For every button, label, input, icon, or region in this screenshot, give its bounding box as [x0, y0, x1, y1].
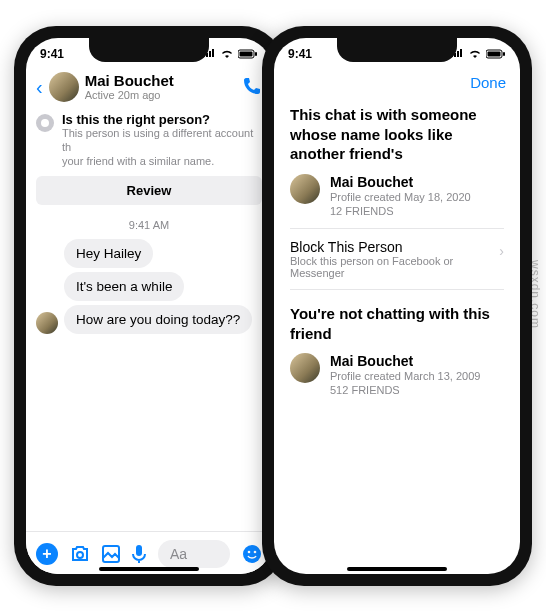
chevron-right-icon: › [499, 243, 504, 259]
emoji-icon[interactable] [242, 544, 262, 564]
avatar [290, 174, 320, 204]
warning-body: This person is using a different account… [62, 127, 262, 168]
timestamp: 9:41 AM [26, 219, 272, 231]
profile-created: Profile created March 13, 2009 [330, 369, 480, 383]
notch [89, 38, 209, 62]
camera-icon[interactable] [70, 545, 90, 563]
message-avatar [36, 312, 58, 334]
clock: 9:41 [40, 47, 64, 61]
svg-rect-10 [488, 52, 501, 57]
profile-name: Mai Bouchet [330, 353, 480, 369]
svg-rect-2 [255, 52, 257, 56]
active-status: Active 20m ago [85, 89, 236, 101]
battery-icon [238, 49, 258, 59]
gallery-icon[interactable] [102, 545, 120, 563]
svg-point-8 [254, 551, 257, 554]
message-bubble: It's been a while [64, 272, 184, 301]
chat-header: ‹ Mai Bouchet Active 20m ago [26, 70, 272, 108]
message-row: Hey Hailey [26, 237, 272, 270]
svg-rect-5 [136, 545, 142, 556]
wifi-icon [468, 49, 482, 59]
avatar[interactable] [49, 72, 79, 102]
back-button[interactable]: ‹ [36, 76, 43, 99]
block-person-row[interactable]: Block This Person Block this person on F… [290, 228, 504, 290]
friend-heading: You're not chatting with this friend [290, 304, 504, 343]
svg-rect-11 [503, 52, 505, 56]
message-row: It's been a while [26, 270, 272, 303]
clock: 9:41 [288, 47, 312, 61]
message-row: How are you doing today?? [26, 303, 272, 336]
friend-profile[interactable]: Mai Bouchet Profile created March 13, 20… [290, 353, 504, 398]
warning-heading: This chat is with someone whose name loo… [290, 105, 504, 164]
profile-created: Profile created May 18, 2020 [330, 190, 471, 204]
phone-left: 9:41 ‹ Mai Bouchet Active 20m ago [14, 26, 284, 586]
wifi-icon [220, 49, 234, 59]
block-subtitle: Block this person on Facebook or Messeng… [290, 255, 504, 279]
home-indicator [347, 567, 447, 571]
profile-name: Mai Bouchet [330, 174, 471, 190]
block-title: Block This Person [290, 239, 504, 255]
svg-point-7 [248, 551, 251, 554]
phone-right: 9:41 Done This chat is with someone whos… [262, 26, 532, 586]
svg-rect-4 [103, 546, 119, 562]
warning-title: Is this the right person? [62, 112, 262, 127]
avatar [290, 353, 320, 383]
svg-point-6 [243, 545, 261, 563]
profile-friends: 512 FRIENDS [330, 383, 480, 397]
done-button[interactable]: Done [470, 74, 506, 91]
notch [337, 38, 457, 62]
plus-icon[interactable]: + [36, 543, 58, 565]
home-indicator [99, 567, 199, 571]
review-button[interactable]: Review [36, 176, 262, 205]
contact-name: Mai Bouchet [85, 73, 236, 90]
svg-point-3 [77, 552, 83, 558]
svg-rect-1 [240, 52, 253, 57]
message-bubble: How are you doing today?? [64, 305, 252, 334]
mic-icon[interactable] [132, 544, 146, 564]
message-bubble: Hey Hailey [64, 239, 153, 268]
message-input[interactable]: Aa [158, 540, 230, 568]
impersonation-warning: Is this the right person? This person is… [36, 112, 262, 168]
shield-icon [36, 114, 54, 132]
battery-icon [486, 49, 506, 59]
call-icon[interactable] [242, 76, 262, 99]
stranger-profile[interactable]: Mai Bouchet Profile created May 18, 2020… [290, 174, 504, 219]
profile-friends: 12 FRIENDS [330, 204, 471, 218]
